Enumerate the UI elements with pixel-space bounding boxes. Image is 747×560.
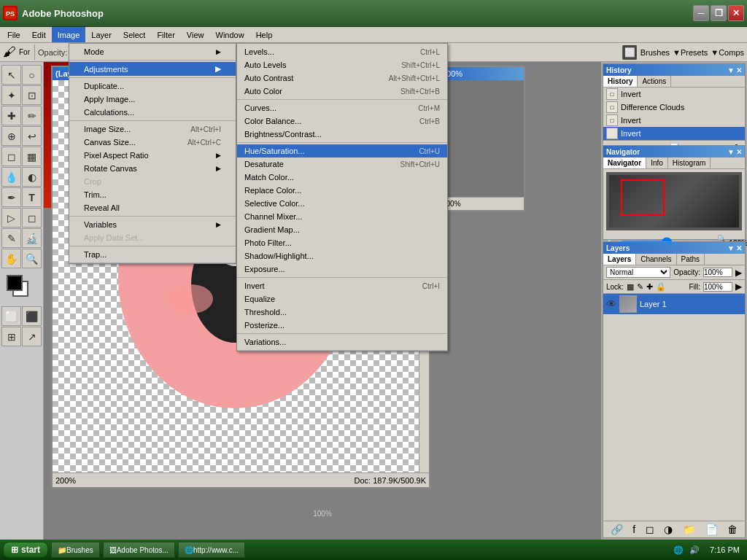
adj-equalize[interactable]: Equalize: [237, 292, 447, 306]
lasso-tool[interactable]: ○: [22, 65, 42, 85]
adj-hue-saturation[interactable]: Hue/Saturation... Ctrl+U: [237, 144, 447, 158]
layer-opacity-arrow[interactable]: ▶: [735, 268, 742, 278]
layer-fill-arrow[interactable]: ▶: [735, 281, 742, 292]
menu-duplicate[interactable]: Duplicate...: [69, 79, 236, 93]
layer-visibility-icon[interactable]: 👁: [606, 298, 616, 310]
text-tool[interactable]: T: [22, 187, 42, 207]
layers-panel-close[interactable]: ✕: [736, 244, 742, 252]
menu-image-size[interactable]: Image Size... Alt+Ctrl+I: [69, 122, 236, 136]
move-tool[interactable]: ↖: [1, 65, 21, 85]
close-button[interactable]: ✕: [728, 5, 744, 21]
eyedropper-tool[interactable]: 🔬: [22, 228, 42, 248]
brush-tool[interactable]: ✏: [22, 106, 42, 125]
menu-edit[interactable]: Edit: [26, 27, 52, 42]
menu-view[interactable]: View: [181, 27, 210, 42]
menu-trap[interactable]: Trap...: [69, 248, 236, 261]
notes-tool[interactable]: ✎: [1, 228, 21, 248]
history-panel-menu[interactable]: ▼: [727, 66, 735, 74]
menu-filter[interactable]: Filter: [151, 27, 180, 42]
layer-mask-btn[interactable]: ◻: [646, 524, 654, 535]
layers-panel-menu[interactable]: ▼: [727, 244, 735, 252]
history-brush-tool[interactable]: ↩: [22, 126, 42, 146]
zoom-tool[interactable]: 🔍: [22, 249, 42, 268]
lock-all-btn[interactable]: 🔒: [656, 282, 666, 292]
layer-opacity-input[interactable]: [703, 268, 732, 277]
channels-tab[interactable]: Channels: [636, 254, 676, 265]
adj-auto-contrast[interactable]: Auto Contrast Alt+Shift+Ctrl+L: [237, 71, 447, 85]
menu-rotate-canvas[interactable]: Rotate Canvas: [69, 162, 236, 175]
dodge-tool[interactable]: ◐: [22, 167, 42, 187]
adj-auto-color[interactable]: Auto Color Shift+Ctrl+B: [237, 85, 447, 98]
menu-calculations[interactable]: Calculations...: [69, 106, 236, 119]
layer-new-btn[interactable]: 📄: [705, 524, 718, 535]
menu-window[interactable]: Window: [210, 27, 250, 42]
menu-pixel-aspect[interactable]: Pixel Aspect Ratio: [69, 149, 236, 162]
menu-reveal-all[interactable]: Reveal All: [69, 201, 236, 214]
navigator-panel-close[interactable]: ✕: [736, 148, 742, 156]
blur-tool[interactable]: 💧: [1, 167, 21, 187]
adj-gradient-map[interactable]: Gradient Map...: [237, 223, 447, 236]
gradient-tool[interactable]: ▦: [22, 147, 42, 166]
lock-position-btn[interactable]: ✎: [637, 282, 643, 292]
path-selection-tool[interactable]: ▷: [1, 208, 21, 228]
crop-tool[interactable]: ⊡: [22, 85, 42, 105]
minimize-button[interactable]: ─: [693, 5, 709, 21]
menu-help[interactable]: Help: [250, 27, 279, 42]
adj-curves[interactable]: Curves... Ctrl+M: [237, 101, 447, 114]
taskbar-item-photoshop[interactable]: 🖼 Adobe Photos...: [103, 542, 175, 558]
history-item-3[interactable]: □ Invert: [603, 114, 745, 127]
menu-layer[interactable]: Layer: [85, 27, 117, 42]
menu-canvas-size[interactable]: Canvas Size... Alt+Ctrl+C: [69, 136, 236, 149]
adj-desaturate[interactable]: Desaturate Shift+Ctrl+U: [237, 158, 447, 171]
adj-shadow-highlight[interactable]: Shadow/Highlight...: [237, 249, 447, 262]
history-item-1[interactable]: □ Invert: [603, 88, 745, 101]
layers-tab[interactable]: Layers: [603, 254, 636, 265]
info-tab[interactable]: Info: [646, 158, 668, 168]
menu-apply-image[interactable]: Apply Image...: [69, 93, 236, 106]
brushes-label[interactable]: Brushes: [640, 48, 670, 57]
stamp-tool[interactable]: ⊕: [1, 126, 21, 146]
adj-match-color[interactable]: Match Color...: [237, 171, 447, 184]
sample-icon[interactable]: 🔲: [622, 44, 638, 61]
pen-tool[interactable]: ✒: [1, 187, 21, 207]
foreground-color[interactable]: [7, 275, 23, 291]
adj-exposure[interactable]: Exposure...: [237, 262, 447, 276]
magic-wand-tool[interactable]: ✦: [1, 85, 21, 105]
eraser-tool[interactable]: ◻: [1, 147, 21, 166]
adj-auto-levels[interactable]: Auto Levels Shift+Ctrl+L: [237, 58, 447, 71]
adj-channel-mixer[interactable]: Channel Mixer...: [237, 210, 447, 223]
adj-variations[interactable]: Variations...: [237, 335, 447, 349]
menu-image[interactable]: Image: [52, 27, 86, 42]
menu-file[interactable]: File: [1, 27, 26, 42]
adj-threshold[interactable]: Threshold...: [237, 306, 447, 319]
history-item-4[interactable]: □ Invert: [603, 127, 745, 140]
adj-replace-color[interactable]: Replace Color...: [237, 184, 447, 197]
adj-levels[interactable]: Levels... Ctrl+L: [237, 45, 447, 58]
histogram-tab[interactable]: Histogram: [668, 158, 711, 168]
quick-mask-tool[interactable]: ⬜: [1, 306, 21, 326]
toolbar-brush-icon[interactable]: 🖌: [3, 44, 16, 60]
layer-group-btn[interactable]: 📁: [683, 524, 695, 535]
menu-adjustments[interactable]: Adjustments ▶: [69, 62, 236, 76]
lock-pixels-btn[interactable]: ▦: [627, 282, 634, 292]
menu-variables[interactable]: Variables: [69, 218, 236, 231]
healing-tool[interactable]: ✚: [1, 106, 21, 125]
navigator-tab[interactable]: Navigator: [603, 158, 646, 168]
adj-photo-filter[interactable]: Photo Filter...: [237, 236, 447, 249]
menu-trim[interactable]: Trim...: [69, 188, 236, 201]
presets-label[interactable]: ▼Presets: [673, 48, 708, 57]
layer-delete-btn[interactable]: 🗑: [727, 524, 738, 535]
menu-mode[interactable]: Mode: [69, 45, 236, 58]
taskbar-item-brushes[interactable]: 📁 Brushes: [51, 542, 100, 558]
lock-move-btn[interactable]: ✚: [646, 282, 653, 292]
navigator-panel-menu[interactable]: ▼: [727, 148, 735, 156]
hand-tool[interactable]: ✋: [1, 249, 21, 268]
layer-fill-input[interactable]: [703, 282, 732, 292]
screen-mode-tool[interactable]: ⊞: [1, 327, 21, 346]
layer-fx-btn[interactable]: f: [632, 524, 635, 535]
history-tab[interactable]: History: [603, 76, 638, 87]
adj-brightness-contrast[interactable]: Brightness/Contrast...: [237, 128, 447, 141]
shape-tool[interactable]: ◻: [22, 208, 42, 228]
taskbar-item-browser[interactable]: 🌐 http://www.c...: [178, 542, 245, 558]
layer-link-btn[interactable]: 🔗: [611, 524, 623, 535]
